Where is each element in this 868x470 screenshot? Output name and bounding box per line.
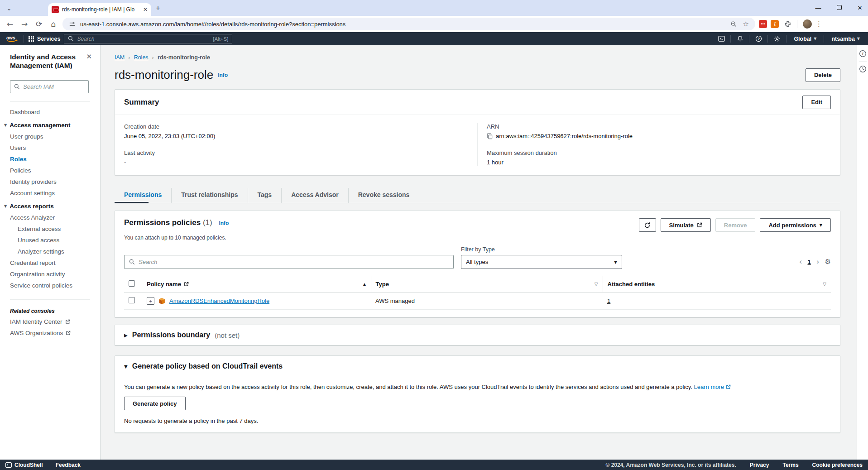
policy-name-link[interactable]: AmazonRDSEnhancedMonitoringRole	[169, 297, 269, 304]
sidebar-item-iam-identity-center[interactable]: IAM Identity Center	[0, 316, 100, 327]
browser-menu-icon[interactable]: ⋮	[815, 20, 822, 28]
expand-row-icon[interactable]: +	[147, 297, 154, 305]
sidebar-item-service-control-policies[interactable]: Service control policies	[0, 280, 100, 291]
extension-orange-icon[interactable]: ⁒	[771, 20, 779, 28]
extension-red-icon[interactable]: •••	[759, 20, 767, 28]
add-permissions-button[interactable]: Add permissions ▼	[760, 218, 831, 232]
privacy-link[interactable]: Privacy	[750, 462, 769, 468]
permissions-boundary-heading: Permissions boundary	[132, 331, 211, 339]
page-title: rds-monitoring-role	[115, 68, 213, 82]
edit-button[interactable]: Edit	[802, 96, 831, 109]
aws-search-bar[interactable]: [Alt+S]	[64, 34, 232, 43]
url-bar[interactable]: us-east-1.console.aws.amazon.com/iam/hom…	[62, 18, 755, 30]
sidebar-item-users[interactable]: Users	[0, 142, 100, 153]
sidebar-item-identity-providers[interactable]: Identity providers	[0, 176, 100, 187]
sidebar-search[interactable]	[10, 80, 89, 93]
column-type[interactable]: Type	[376, 281, 389, 288]
sidebar-item-dashboard[interactable]: Dashboard	[0, 106, 100, 118]
recent-activity-icon[interactable]	[859, 65, 867, 73]
site-settings-icon[interactable]	[69, 21, 76, 28]
window-minimize-icon[interactable]: —	[815, 5, 822, 11]
home-icon[interactable]: ⌂	[48, 19, 59, 29]
policies-info-link[interactable]: Info	[219, 220, 229, 226]
attached-entities-link[interactable]: 1	[607, 297, 610, 304]
generate-policy-header[interactable]: ▼ Generate policy based on CloudTrail ev…	[115, 356, 840, 377]
tab-tags[interactable]: Tags	[248, 188, 282, 203]
filter-icon[interactable]: ▽	[823, 282, 826, 287]
aws-search-input[interactable]	[77, 36, 210, 42]
generate-policy-button[interactable]: Generate policy	[124, 397, 186, 410]
type-filter-select[interactable]: All types ▼	[461, 255, 622, 269]
breadcrumb-iam[interactable]: IAM	[115, 54, 125, 61]
learn-more-link[interactable]: Learn more	[694, 384, 731, 390]
sidebar-item-credential-report[interactable]: Credential report	[0, 257, 100, 269]
delete-button[interactable]: Delete	[806, 68, 840, 82]
tab-access-advisor[interactable]: Access Advisor	[281, 188, 348, 203]
info-panel-icon[interactable]: i	[859, 50, 867, 58]
select-all-checkbox[interactable]	[129, 280, 135, 287]
aws-logo[interactable]: aws	[5, 34, 19, 43]
pagination-next-icon[interactable]: ›	[816, 258, 820, 266]
sort-ascending-icon[interactable]: ▲	[363, 282, 366, 287]
sidebar-item-aws-organizations[interactable]: AWS Organizations	[0, 327, 100, 339]
remove-button[interactable]: Remove	[715, 218, 756, 232]
pagination-prev-icon[interactable]: ‹	[799, 258, 802, 266]
notifications-bell-icon[interactable]	[735, 35, 744, 42]
window-maximize-icon[interactable]	[837, 5, 842, 10]
filter-icon[interactable]: ▽	[595, 282, 598, 287]
sidebar-item-account-settings[interactable]: Account settings	[0, 187, 100, 199]
title-info-link[interactable]: Info	[218, 72, 228, 78]
sidebar-item-organization-activity[interactable]: Organization activity	[0, 269, 100, 280]
pagination-page-number[interactable]: 1	[808, 259, 811, 265]
sidebar-item-analyzer-settings[interactable]: Analyzer settings	[0, 246, 100, 257]
tab-trust-relationships[interactable]: Trust relationships	[171, 188, 247, 203]
policies-search[interactable]	[124, 255, 454, 269]
back-icon[interactable]: ←	[5, 19, 15, 29]
sidebar-close-icon[interactable]: ✕	[86, 53, 92, 70]
forward-icon[interactable]: →	[19, 19, 30, 29]
services-menu[interactable]: Services	[29, 36, 60, 42]
refresh-button[interactable]	[639, 218, 656, 232]
cloudshell-icon[interactable]	[717, 36, 726, 42]
tab-permissions[interactable]: Permissions	[115, 188, 171, 203]
tab-revoke-sessions[interactable]: Revoke sessions	[348, 188, 419, 203]
extensions-puzzle-icon[interactable]	[784, 20, 791, 28]
copy-icon[interactable]	[487, 133, 493, 139]
zoom-page-icon[interactable]	[730, 21, 737, 27]
tab-search-icon[interactable]: ⌄	[4, 3, 14, 13]
sidebar-item-access-analyzer[interactable]: Access Analyzer	[0, 212, 100, 223]
bookmark-star-icon[interactable]: ☆	[743, 20, 749, 28]
browser-profile-avatar[interactable]	[803, 19, 812, 29]
reload-icon[interactable]: ⟳	[34, 19, 44, 29]
account-menu[interactable]: ntsamba ▼	[829, 36, 863, 42]
browser-tab[interactable]: rds-monitoring-role | IAM | Glo ✕	[48, 3, 151, 16]
sidebar-search-input[interactable]	[23, 83, 85, 90]
sidebar-section-access-reports[interactable]: ▼ Access reports	[0, 199, 100, 212]
row-checkbox[interactable]	[129, 297, 135, 303]
cookie-preferences-link[interactable]: Cookie preferences	[812, 462, 863, 468]
table-settings-gear-icon[interactable]: ⚙	[825, 258, 831, 266]
sidebar-section-access-management[interactable]: ▼ Access management	[0, 118, 100, 131]
breadcrumb-roles[interactable]: Roles	[134, 54, 149, 61]
sidebar-item-user-groups[interactable]: User groups	[0, 131, 100, 142]
simulate-label: Simulate	[669, 222, 694, 229]
window-close-icon[interactable]: ✕	[856, 5, 863, 11]
cloudshell-footer-button[interactable]: ›_ CloudShell	[5, 462, 43, 468]
settings-gear-icon[interactable]	[772, 35, 782, 42]
url-text[interactable]: us-east-1.console.aws.amazon.com/iam/hom…	[80, 21, 726, 28]
sidebar-item-roles[interactable]: Roles	[0, 153, 100, 165]
sidebar-item-external-access[interactable]: External access	[0, 223, 100, 235]
help-icon[interactable]: ?	[754, 35, 763, 42]
column-attached-entities[interactable]: Attached entities	[608, 281, 655, 288]
feedback-button[interactable]: Feedback	[56, 462, 81, 468]
policies-search-input[interactable]	[139, 259, 449, 265]
tab-close-icon[interactable]: ✕	[143, 6, 148, 13]
column-policy-name[interactable]: Policy name	[147, 281, 181, 288]
simulate-button[interactable]: Simulate	[661, 218, 711, 232]
terms-link[interactable]: Terms	[782, 462, 798, 468]
new-tab-button[interactable]: +	[156, 4, 160, 13]
sidebar-item-unused-access[interactable]: Unused access	[0, 235, 100, 246]
sidebar-item-policies[interactable]: Policies	[0, 165, 100, 176]
permissions-boundary-card[interactable]: ▶ Permissions boundary (not set)	[115, 325, 840, 345]
region-selector[interactable]: Global ▼	[791, 36, 819, 42]
